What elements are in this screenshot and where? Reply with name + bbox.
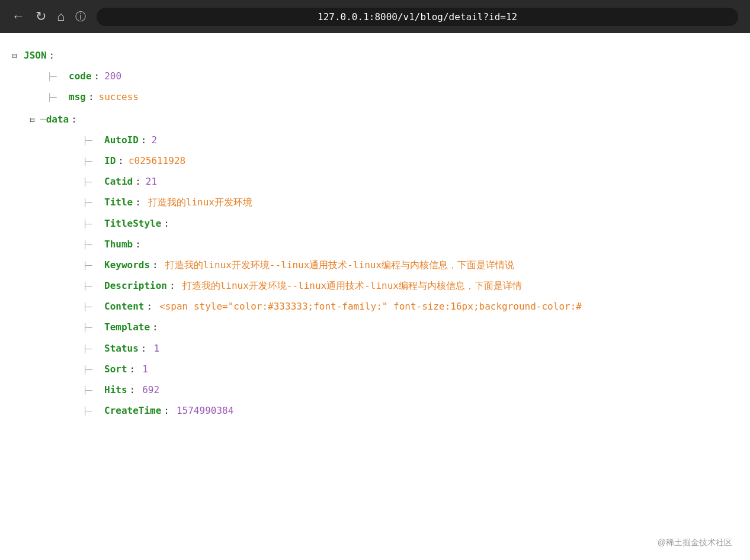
template-colon: : [152,317,158,337]
connector-msg: ├─ [47,89,64,107]
data-colon: : [71,109,77,130]
thumb-line: ├─ Thumb : [83,234,738,255]
autoid-value: 2 [151,130,157,150]
keywords-colon: : [152,255,158,275]
sort-line: ├─ Sort : 1 [83,359,738,379]
autoid-key: AutoID [104,130,139,150]
refresh-button[interactable]: ↻ [36,10,46,23]
json-root-line: ⊟ JSON : [12,45,738,66]
code-colon: : [94,66,100,86]
code-key: code [69,66,92,86]
root-key: JSON [24,45,47,66]
data-connector: ─ [40,109,46,130]
hits-line: ├─ Hits : 692 [83,379,738,400]
connector-status: ├─ [83,341,100,358]
sort-value: 1 [142,359,148,379]
json-viewer: ⊟ JSON : ├─ code : 200 ├─ msg : success … [0,33,750,445]
template-line: ├─ Template : [83,317,738,337]
sort-key: Sort [104,359,127,379]
info-icon: ⓘ [75,9,86,24]
content-line: ├─ Content : <span style="color:#333333;… [83,296,738,317]
data-line: ⊟ ─ data : [30,109,738,130]
thumb-colon: : [135,234,141,255]
msg-line: ├─ msg : success [47,86,738,107]
catid-line: ├─ Catid : 21 [83,171,738,192]
keywords-key: Keywords [104,255,150,275]
titlestyle-colon: : [164,213,169,234]
status-line: ├─ Status : 1 [83,338,738,359]
catid-key: Catid [104,171,133,192]
connector-catid: ├─ [83,174,100,191]
msg-colon: : [88,86,94,107]
root-colon: : [49,45,55,66]
connector-code: ├─ [47,69,64,86]
connector-createtime: ├─ [83,403,100,420]
keywords-line: ├─ Keywords : 打造我的linux开发环境--linux通用技术-l… [83,255,738,275]
connector-titlestyle: ├─ [83,216,100,233]
autoid-colon: : [141,130,147,150]
createtime-key: CreateTime [104,400,161,421]
titlestyle-key: TitleStyle [104,213,161,234]
createtime-value: 1574990384 [177,400,233,421]
template-key: Template [104,317,150,337]
collapse-root-icon[interactable]: ⊟ [12,47,21,65]
msg-value: success [99,86,139,107]
browser-chrome: ← ↻ ⌂ ⓘ [0,0,750,33]
description-value: 打造我的linux开发环境--linux通用技术-linux编程与内核信息，下面… [182,275,522,296]
catid-value: 21 [146,171,157,192]
collapse-data-icon[interactable]: ⊟ [30,111,39,129]
connector-description: ├─ [83,278,100,295]
connector-id: ├─ [83,153,100,170]
keywords-value: 打造我的linux开发环境--linux通用技术-linux编程与内核信息，下面… [165,255,514,275]
code-line: ├─ code : 200 [47,66,738,86]
description-key: Description [104,275,167,296]
connector-sort: ├─ [83,362,100,379]
autoid-line: ├─ AutoID : 2 [83,130,738,150]
titlestyle-line: ├─ TitleStyle : [83,213,738,234]
connector-keywords: ├─ [83,258,100,275]
createtime-colon: : [164,400,169,421]
msg-key: msg [69,86,86,107]
catid-colon: : [135,171,141,192]
description-line: ├─ Description : 打造我的linux开发环境--linux通用技… [83,275,738,296]
id-value: c025611928 [129,150,185,171]
status-colon: : [141,338,147,359]
content-value: <span style="color:#333333;font-family:"… [159,296,582,317]
status-key: Status [104,338,139,359]
id-line: ├─ ID : c025611928 [83,150,738,171]
home-button[interactable]: ⌂ [57,10,65,23]
content-key: Content [104,296,144,317]
thumb-key: Thumb [104,234,133,255]
status-value: 1 [153,338,159,359]
code-value: 200 [104,66,121,86]
connector-thumb: ├─ [83,237,100,254]
connector-content: ├─ [83,299,100,316]
title-colon: : [135,192,141,213]
data-key: data [46,109,69,130]
id-colon: : [118,150,124,171]
createtime-line: ├─ CreateTime : 1574990384 [83,400,738,421]
connector-title: ├─ [83,195,100,212]
title-value: 打造我的linux开发环境 [148,192,252,213]
id-key: ID [104,150,116,171]
connector-autoid: ├─ [83,133,100,150]
back-button[interactable]: ← [12,10,25,23]
connector-template: ├─ [83,320,100,337]
hits-value: 692 [142,379,159,400]
url-bar[interactable] [97,8,738,26]
hits-colon: : [130,379,136,400]
sort-colon: : [130,359,136,379]
description-colon: : [169,275,175,296]
content-colon: : [146,296,152,317]
hits-key: Hits [104,379,127,400]
connector-hits: ├─ [83,382,100,400]
title-key: Title [104,192,133,213]
title-line: ├─ Title : 打造我的linux开发环境 [83,192,738,213]
